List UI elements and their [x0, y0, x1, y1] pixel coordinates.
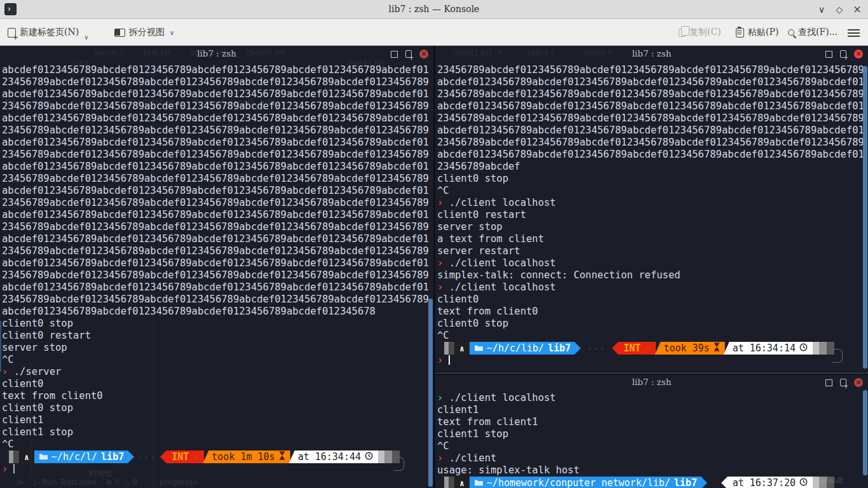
- new-tab-button[interactable]: 新建标签页(N) ∨: [8, 24, 89, 41]
- clock-icon: [799, 342, 808, 355]
- terminal-line: › ./client localhost: [437, 197, 868, 209]
- prompt-exit-status: INT×: [618, 342, 656, 355]
- toolbar: 新建标签页(N) ∨ 拆分视图 ∨ 复制(C) 粘贴(P) 查找(F)...: [0, 19, 868, 46]
- time-label: at 16:34:44: [298, 451, 361, 463]
- pane-header[interactable]: lib7 : zsh ×: [435, 375, 868, 390]
- scrollbar[interactable]: [428, 299, 433, 487]
- terminal-line: abcdef0123456789abcdef0123456789abcdef01…: [2, 88, 433, 100]
- terminal-line: abcdef0123456789abcdef0123456789abcdef01…: [2, 137, 433, 149]
- time-label: at 16:34:14: [733, 342, 796, 355]
- prompt-path-last: lib7: [548, 342, 571, 355]
- prompt-exit-status: INT×: [166, 451, 204, 463]
- terminal-line: › ./client: [437, 452, 868, 464]
- terminal-output[interactable]: › ./client localhostclient1text from cli…: [435, 390, 868, 488]
- search-icon: [788, 29, 794, 36]
- terminal-output[interactable]: abcdef0123456789abcdef0123456789abcdef01…: [0, 62, 433, 488]
- terminal-line: client0 stop: [437, 318, 868, 330]
- powerline-prompt: ∧~/h/c/l/lib7···INT×took 1m 10sat 16:34:…: [9, 451, 400, 463]
- terminal-line: abcdef0123456789abcdef0123456789abcdef01…: [437, 125, 868, 137]
- terminal-line: client0 stop: [2, 402, 433, 414]
- terminal-line: 23456789abcdef0123456789abcdef0123456789…: [2, 294, 433, 306]
- duration-label: took 39s: [663, 342, 709, 355]
- split-view-label: 拆分视图: [129, 27, 165, 38]
- find-button[interactable]: 查找(F)...: [788, 24, 837, 41]
- prompt-chip: [444, 477, 449, 488]
- close-pane-icon[interactable]: ×: [419, 50, 428, 58]
- terminal-line: abcdef0123456789abcdef0123456789abcdef01…: [2, 185, 433, 197]
- expand-pane-icon[interactable]: [825, 51, 832, 58]
- powerline-arrow: [701, 477, 707, 488]
- powerline-prompt: ∧~/homework/conputer_network/lib/lib7at …: [444, 477, 834, 488]
- window-maximize-button[interactable]: ◇: [832, 3, 846, 17]
- pane-header[interactable]: lib7 : zsh ×: [435, 46, 868, 62]
- terminal-pane-left[interactable]: lib7 : zsh × abcdef0123456789abcdef01234…: [0, 46, 433, 488]
- copy-label: 复制(C): [689, 27, 721, 38]
- text-cursor: [13, 464, 15, 473]
- terminal-line: client0 restart: [2, 330, 433, 342]
- terminal-line: server stop: [2, 342, 433, 354]
- powerline-notch: [160, 451, 166, 463]
- window-titlebar[interactable]: lib7 : zsh — Konsole ∨ ◇ ×: [0, 0, 868, 19]
- new-tab-label: 新建标签页(N): [20, 27, 79, 38]
- chevron-down-icon: ∨: [84, 34, 88, 41]
- window-close-button[interactable]: ×: [850, 3, 864, 17]
- scrollbar[interactable]: [863, 390, 867, 475]
- expand-pane-icon[interactable]: [825, 379, 832, 386]
- terminal-pane-right-top[interactable]: lib7 : zsh × 23456789abcdef0123456789abc…: [435, 46, 868, 373]
- split-view-button[interactable]: 拆分视图 ∨: [114, 24, 174, 41]
- terminal-line: 23456789abcdef0123456789abcdef0123456789…: [2, 245, 433, 257]
- shell-prompt-arrow: ›: [437, 452, 443, 464]
- new-tab-pane-icon[interactable]: [840, 50, 846, 58]
- prompt-duration-segment: took 39s: [654, 342, 724, 355]
- new-tab-pane-icon[interactable]: [405, 50, 412, 58]
- prompt-duration-segment: took 1m 10s: [203, 451, 290, 463]
- menu-button[interactable]: [848, 24, 860, 41]
- prompt-directory-segment: ~/h/c/l/lib7: [34, 451, 128, 463]
- terminal-line: 23456789abcdef0123456789abcdef0123456789…: [437, 88, 868, 100]
- terminal-line: text from client0: [2, 390, 433, 402]
- terminal-line: 23456789abcdef0123456789abcdef0123456789…: [2, 125, 433, 137]
- shell-prompt-arrow: ›: [437, 257, 443, 269]
- terminal-pane-right-bottom[interactable]: lib7 : zsh × › ./client localhostclient1…: [435, 375, 868, 488]
- terminal-line: abcdef0123456789abcdef0123456789abcdef01…: [437, 76, 868, 88]
- terminal-line: 23456789abcdef0123456789abcdef0123456789…: [437, 64, 868, 76]
- prompt-mode-indicator: ∧: [19, 451, 34, 463]
- prompt-frame-bracket: [394, 457, 404, 471]
- scrollbar[interactable]: [863, 66, 867, 369]
- folder-icon: [475, 477, 483, 488]
- clock-icon: [799, 477, 808, 488]
- powerline-notch: [612, 342, 618, 355]
- shell-prompt-arrow: ›: [437, 197, 443, 208]
- prompt-mode-indicator: ∧: [454, 477, 470, 488]
- pane-title: lib7 : zsh: [435, 48, 868, 58]
- terminal-output[interactable]: 23456789abcdef0123456789abcdef0123456789…: [435, 62, 868, 373]
- terminal-line: 23456789abcdef0123456789abcdef0123456789…: [437, 137, 868, 149]
- prompt-chip: [384, 451, 392, 463]
- terminal-line: abcdef0123456789abcdef0123456789abcdef01…: [2, 64, 433, 76]
- paste-button[interactable]: 粘贴(P): [736, 24, 778, 41]
- prompt-chip: [813, 342, 819, 355]
- time-label: at 16:37:20: [733, 477, 796, 488]
- folder-icon: [475, 342, 483, 355]
- window-minimize-button[interactable]: ∨: [815, 3, 829, 17]
- prompt-path-last: lib7: [674, 477, 697, 488]
- prompt-path: ~/h/c/lib/: [487, 342, 544, 355]
- powerline-arrow: [574, 342, 581, 355]
- status-label: INT: [172, 451, 189, 463]
- terminal-line: client1 stop: [437, 428, 868, 440]
- terminal-line: 23456789abcdef: [437, 161, 868, 173]
- folder-icon: [39, 451, 48, 463]
- copy-button[interactable]: 复制(C): [679, 24, 721, 41]
- terminal-line: 23456789abcdef0123456789abcdef0123456789…: [2, 149, 433, 161]
- terminal-line: › ./client localhost: [437, 257, 868, 269]
- terminal-line: › ./client localhost: [437, 392, 868, 404]
- terminal-line: abcdef0123456789abcdef0123456789abcdef01…: [437, 149, 868, 161]
- terminal-line: text from client1: [437, 416, 868, 428]
- prompt-time-segment: at 16:34:44: [289, 451, 378, 463]
- pane-header[interactable]: lib7 : zsh ×: [0, 46, 433, 62]
- new-tab-pane-icon[interactable]: [840, 379, 846, 386]
- close-pane-icon[interactable]: ×: [854, 50, 863, 58]
- expand-pane-icon[interactable]: [391, 51, 398, 58]
- close-pane-icon[interactable]: ×: [854, 378, 863, 387]
- terminal-line: client1: [437, 404, 868, 416]
